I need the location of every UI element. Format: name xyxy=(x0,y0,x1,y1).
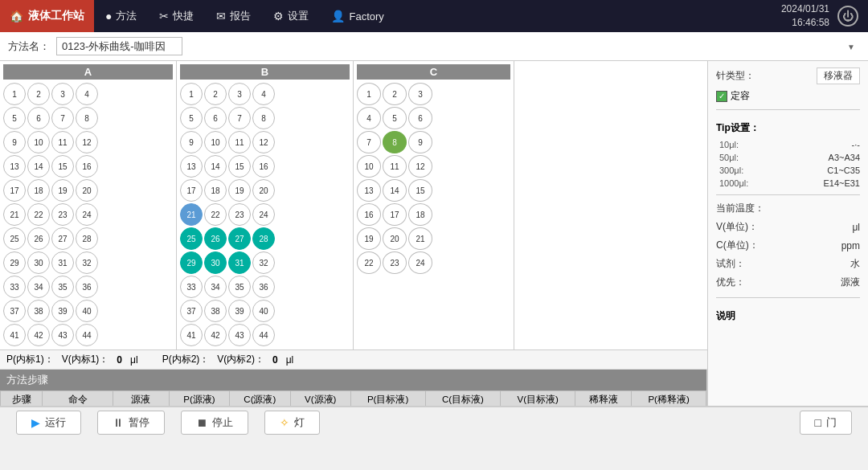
plate-b-cell-23[interactable]: 23 xyxy=(228,203,251,226)
plate-b-cell-39[interactable]: 39 xyxy=(228,300,251,322)
plate-b-cell-21[interactable]: 21 xyxy=(180,203,203,226)
plate-a-cell-40[interactable]: 40 xyxy=(76,300,98,322)
nav-settings[interactable]: ⚙ 设置 xyxy=(262,0,320,32)
stop-button[interactable]: ⏹ 停止 xyxy=(181,411,248,435)
door-button[interactable]: □ 门 xyxy=(800,411,852,435)
plate-a-cell-18[interactable]: 18 xyxy=(27,179,50,202)
plate-a-cell-6[interactable]: 6 xyxy=(27,107,50,129)
nav-shortcut[interactable]: ✂ 快捷 xyxy=(148,0,205,32)
plate-c-cell-15[interactable]: 15 xyxy=(408,179,432,202)
plate-a-cell-13[interactable]: 13 xyxy=(3,155,26,178)
plate-c-cell-1[interactable]: 1 xyxy=(357,83,381,105)
plate-a-cell-30[interactable]: 30 xyxy=(27,251,50,274)
plate-c-cell-19[interactable]: 19 xyxy=(357,227,381,250)
pause-button[interactable]: ⏸ 暂停 xyxy=(97,411,165,435)
plate-a-cell-44[interactable]: 44 xyxy=(76,324,98,346)
plate-a-cell-23[interactable]: 23 xyxy=(51,203,74,226)
power-button[interactable]: ⏻ xyxy=(837,6,858,27)
plate-a-cell-37[interactable]: 37 xyxy=(3,300,26,322)
plate-a-cell-11[interactable]: 11 xyxy=(51,131,74,153)
plate-a-cell-9[interactable]: 9 xyxy=(3,131,26,153)
plate-b-cell-26[interactable]: 26 xyxy=(204,227,227,250)
plate-c-cell-17[interactable]: 17 xyxy=(383,203,407,226)
plate-a-cell-29[interactable]: 29 xyxy=(3,251,26,274)
plate-c-cell-7[interactable]: 7 xyxy=(357,131,381,153)
plate-b-cell-4[interactable]: 4 xyxy=(252,83,275,105)
plate-b-cell-16[interactable]: 16 xyxy=(252,155,275,178)
plate-b-cell-7[interactable]: 7 xyxy=(228,107,251,129)
plate-a-cell-22[interactable]: 22 xyxy=(27,203,50,226)
plate-a-cell-1[interactable]: 1 xyxy=(3,83,26,105)
plate-b-cell-19[interactable]: 19 xyxy=(228,179,251,202)
plate-a-cell-8[interactable]: 8 xyxy=(76,107,98,129)
plate-a-cell-26[interactable]: 26 xyxy=(27,227,50,250)
method-select[interactable]: 0123-外标曲线-咖啡因 xyxy=(56,37,182,55)
plate-c-cell-6[interactable]: 6 xyxy=(408,107,432,129)
nav-report[interactable]: ✉ 报告 xyxy=(205,0,262,32)
plate-a-cell-4[interactable]: 4 xyxy=(76,83,98,105)
plate-a-cell-31[interactable]: 31 xyxy=(51,251,74,274)
plate-a-cell-24[interactable]: 24 xyxy=(76,203,98,226)
plate-a-cell-7[interactable]: 7 xyxy=(51,107,74,129)
plate-c-cell-8[interactable]: 8 xyxy=(383,131,407,153)
plate-b-cell-25[interactable]: 25 xyxy=(180,227,203,250)
plate-b-cell-15[interactable]: 15 xyxy=(228,155,251,178)
plate-a-cell-14[interactable]: 14 xyxy=(27,155,50,178)
plate-c-cell-10[interactable]: 10 xyxy=(357,155,381,178)
plate-b-cell-30[interactable]: 30 xyxy=(204,251,227,274)
plate-b-cell-9[interactable]: 9 xyxy=(180,131,203,153)
plate-a-cell-35[interactable]: 35 xyxy=(51,276,74,298)
plate-b-cell-18[interactable]: 18 xyxy=(204,179,227,202)
plate-a-cell-39[interactable]: 39 xyxy=(51,300,74,322)
plate-a-cell-2[interactable]: 2 xyxy=(27,83,50,105)
plate-a-cell-25[interactable]: 25 xyxy=(3,227,26,250)
plate-a-cell-3[interactable]: 3 xyxy=(51,83,74,105)
plate-b-cell-31[interactable]: 31 xyxy=(228,251,251,274)
plate-b-cell-36[interactable]: 36 xyxy=(252,276,275,298)
plate-c-cell-22[interactable]: 22 xyxy=(357,251,381,274)
plate-c-cell-13[interactable]: 13 xyxy=(357,179,381,202)
plate-b-cell-20[interactable]: 20 xyxy=(252,179,275,202)
plate-b-cell-27[interactable]: 27 xyxy=(228,227,251,250)
plate-a-cell-12[interactable]: 12 xyxy=(76,131,98,153)
plate-a-cell-42[interactable]: 42 xyxy=(27,324,50,346)
plate-c-cell-3[interactable]: 3 xyxy=(408,83,432,105)
plate-b-cell-43[interactable]: 43 xyxy=(228,324,251,346)
plate-b-cell-44[interactable]: 44 xyxy=(252,324,275,346)
plate-c-cell-16[interactable]: 16 xyxy=(357,203,381,226)
plate-a-cell-15[interactable]: 15 xyxy=(51,155,74,178)
plate-b-cell-13[interactable]: 13 xyxy=(180,155,203,178)
plate-c-cell-5[interactable]: 5 xyxy=(383,107,407,129)
plate-c-cell-2[interactable]: 2 xyxy=(383,83,407,105)
plate-b-cell-10[interactable]: 10 xyxy=(204,131,227,153)
fixvol-checkbox[interactable]: ✓ xyxy=(716,91,727,102)
plate-b-cell-33[interactable]: 33 xyxy=(180,276,203,298)
plate-b-cell-41[interactable]: 41 xyxy=(180,324,203,346)
nav-method[interactable]: ● 方法 xyxy=(94,0,148,32)
plate-a-cell-19[interactable]: 19 xyxy=(51,179,74,202)
plate-c-cell-14[interactable]: 14 xyxy=(383,179,407,202)
plate-c-cell-20[interactable]: 20 xyxy=(383,227,407,250)
plate-c-cell-18[interactable]: 18 xyxy=(408,203,432,226)
plate-c-cell-9[interactable]: 9 xyxy=(408,131,432,153)
plate-c-cell-11[interactable]: 11 xyxy=(383,155,407,178)
plate-a-cell-17[interactable]: 17 xyxy=(3,179,26,202)
plate-b-cell-37[interactable]: 37 xyxy=(180,300,203,322)
run-button[interactable]: ▶ 运行 xyxy=(16,411,81,435)
plate-b-cell-6[interactable]: 6 xyxy=(204,107,227,129)
plate-c-cell-21[interactable]: 21 xyxy=(408,227,432,250)
plate-b-cell-42[interactable]: 42 xyxy=(204,324,227,346)
plate-a-cell-36[interactable]: 36 xyxy=(76,276,98,298)
plate-b-cell-35[interactable]: 35 xyxy=(228,276,251,298)
plate-c-cell-12[interactable]: 12 xyxy=(408,155,432,178)
plate-b-cell-2[interactable]: 2 xyxy=(204,83,227,105)
plate-a-cell-34[interactable]: 34 xyxy=(27,276,50,298)
plate-b-cell-22[interactable]: 22 xyxy=(204,203,227,226)
plate-b-cell-29[interactable]: 29 xyxy=(180,251,203,274)
plate-a-cell-20[interactable]: 20 xyxy=(76,179,98,202)
plate-b-cell-14[interactable]: 14 xyxy=(204,155,227,178)
plate-b-cell-5[interactable]: 5 xyxy=(180,107,203,129)
plate-b-cell-1[interactable]: 1 xyxy=(180,83,203,105)
plate-a-cell-5[interactable]: 5 xyxy=(3,107,26,129)
plate-b-cell-28[interactable]: 28 xyxy=(252,227,275,250)
